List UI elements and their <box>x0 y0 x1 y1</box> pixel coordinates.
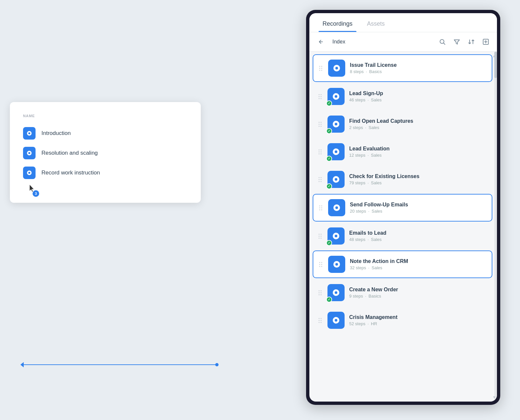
recording-thumb-inner <box>333 148 339 155</box>
item-meta: 48 steps · Sales <box>349 237 488 242</box>
recording-thumbnail: ✓ <box>327 227 345 245</box>
item-title: Lead Sign-Up <box>349 91 488 96</box>
svg-point-0 <box>440 39 444 43</box>
tablet-frame: RecordingsAssets Index <box>306 10 500 405</box>
list-item-send-follow-up[interactable]: Send Follow-Up Emails 20 steps · Sales <box>313 194 492 222</box>
filter-icon[interactable] <box>452 37 462 47</box>
tablet-inner: RecordingsAssets Index <box>309 13 497 402</box>
item-icon-inner <box>27 151 32 155</box>
item-meta: 12 steps · Sales <box>349 153 488 158</box>
recording-thumbnail: ✓ <box>327 143 345 160</box>
drag-handle <box>317 232 323 240</box>
list-item-find-open-lead[interactable]: ✓ Find Open Lead Captures 2 steps · Sale… <box>313 111 492 137</box>
scroll-track[interactable] <box>494 52 497 402</box>
recordings-list-scroll[interactable]: Issue Trail License 8 steps · Basics ✓ L… <box>309 52 497 402</box>
recording-thumb-inner <box>333 289 339 296</box>
item-meta: 9 steps · Basics <box>349 294 488 299</box>
drag-handle <box>318 65 324 72</box>
drag-handle <box>317 176 323 183</box>
recording-thumbnail: ✓ <box>327 171 345 188</box>
item-meta: 20 steps · Sales <box>350 209 487 214</box>
item-title: Emails to Lead <box>349 230 488 236</box>
item-title: Find Open Lead Captures <box>349 118 488 124</box>
recording-thumb-dot <box>335 95 337 98</box>
item-title: Lead Evaluation <box>349 146 488 152</box>
tabs-bar: RecordingsAssets <box>309 13 497 32</box>
item-label: Record work instruction <box>41 170 100 176</box>
drag-handle <box>317 317 323 324</box>
item-icon <box>23 167 36 179</box>
recording-thumb-dot <box>335 235 337 237</box>
list-item-lead-evaluation[interactable]: ✓ Lead Evaluation 12 steps · Sales <box>313 139 492 165</box>
item-icon-dot <box>28 132 30 134</box>
list-item-note-action-crm[interactable]: Note the Action in CRM 32 steps · Sales <box>313 250 492 278</box>
tab-recordings[interactable]: Recordings <box>319 13 356 32</box>
left-panel-item-introduction[interactable]: Introduction <box>23 127 188 140</box>
recording-thumb-dot <box>335 67 338 69</box>
recording-thumb-dot <box>335 319 337 322</box>
check-badge: ✓ <box>326 100 332 106</box>
item-info: Send Follow-Up Emails 20 steps · Sales <box>350 202 487 214</box>
item-title: Issue Trail License <box>350 62 487 68</box>
recording-thumb-inner <box>333 261 340 268</box>
recording-thumb-inner <box>333 233 339 239</box>
search-icon[interactable] <box>437 37 448 47</box>
left-panel-header: Name <box>23 114 188 118</box>
item-icon-inner <box>27 171 32 175</box>
left-panel: Name Introduction Resolution and scaling… <box>10 102 201 203</box>
item-title: Crisis Management <box>349 314 488 320</box>
item-title: Check for Existing Licenses <box>349 173 488 179</box>
drag-handle <box>317 93 323 100</box>
recording-thumb-dot <box>335 263 338 266</box>
item-info: Create a New Order 9 steps · Basics <box>349 287 488 299</box>
list-item-emails-to-lead[interactable]: ✓ Emails to Lead 48 steps · Sales <box>313 223 492 249</box>
recording-thumb-dot <box>335 150 337 153</box>
tab-assets[interactable]: Assets <box>363 13 389 32</box>
recording-thumb-dot <box>335 291 337 294</box>
recording-thumbnail: ✓ <box>327 88 345 105</box>
sort-icon[interactable] <box>466 37 477 47</box>
drag-line <box>23 364 217 365</box>
item-meta: 2 steps · Sales <box>349 125 488 130</box>
recordings-list-container: Issue Trail License 8 steps · Basics ✓ L… <box>309 52 497 402</box>
item-icon <box>23 147 36 159</box>
check-badge: ✓ <box>326 297 332 302</box>
list-item-lead-signup[interactable]: ✓ Lead Sign-Up 46 steps · Sales <box>313 83 492 110</box>
import-icon[interactable] <box>481 37 491 47</box>
list-item-crisis-management[interactable]: Crisis Management 52 steps · HR <box>313 307 492 333</box>
list-item-check-existing-licenses[interactable]: ✓ Check for Existing Licenses 79 steps ·… <box>313 166 492 193</box>
item-info: Issue Trail License 8 steps · Basics <box>350 62 487 74</box>
list-item-issue-trail-license[interactable]: Issue Trail License 8 steps · Basics <box>313 54 492 82</box>
drag-handle <box>318 204 324 212</box>
item-icon-dot <box>28 172 30 174</box>
list-item-create-new-order[interactable]: ✓ Create a New Order 9 steps · Basics <box>313 279 492 306</box>
left-panel-item-record-work[interactable]: Record work instruction <box>23 167 188 179</box>
drag-handle <box>317 148 323 156</box>
drag-handle <box>317 120 323 128</box>
scroll-indicator-top: ▲ <box>492 54 496 58</box>
toolbar-icons <box>437 37 491 47</box>
check-badge: ✓ <box>326 156 332 162</box>
recording-thumb-inner <box>333 317 339 324</box>
recording-thumbnail <box>327 312 345 329</box>
recording-thumbnail <box>328 60 345 77</box>
item-info: Lead Sign-Up 46 steps · Sales <box>349 91 488 102</box>
cursor-area: 3 <box>28 184 37 195</box>
recording-thumb-inner <box>333 65 340 71</box>
recording-thumb-dot <box>335 178 337 181</box>
left-panel-item-resolution-scaling[interactable]: Resolution and scaling <box>23 147 188 159</box>
scroll-indicator-bottom: ▼ <box>492 395 496 400</box>
item-info: Crisis Management 52 steps · HR <box>349 314 488 326</box>
back-button[interactable] <box>315 36 326 47</box>
item-meta: 32 steps · Sales <box>350 265 487 270</box>
recording-thumbnail: ✓ <box>327 284 345 301</box>
drag-handle <box>317 289 323 297</box>
item-meta: 79 steps · Sales <box>349 180 488 185</box>
item-info: Note the Action in CRM 32 steps · Sales <box>350 258 487 270</box>
recording-thumbnail: ✓ <box>327 116 345 133</box>
toolbar: Index <box>309 32 497 52</box>
item-icon <box>23 127 36 140</box>
item-icon-inner <box>27 131 32 136</box>
recording-thumb-dot <box>335 206 338 209</box>
item-label: Resolution and scaling <box>41 150 98 156</box>
